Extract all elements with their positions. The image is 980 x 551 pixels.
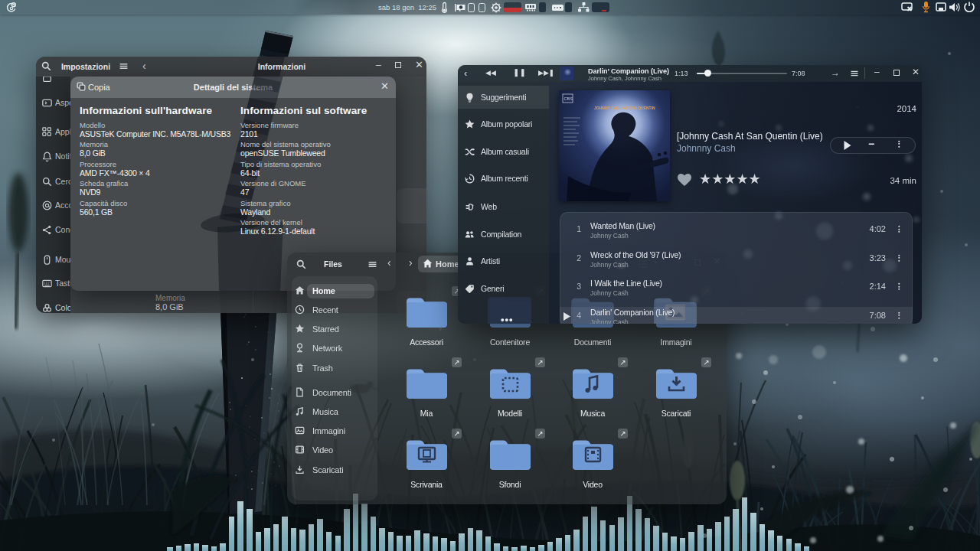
svg-text:CBS: CBS xyxy=(564,96,573,101)
svg-text:s: s xyxy=(472,202,474,206)
svg-text:JOHNNY CASH AT SAN QUENTIN: JOHNNY CASH AT SAN QUENTIN xyxy=(594,106,655,110)
